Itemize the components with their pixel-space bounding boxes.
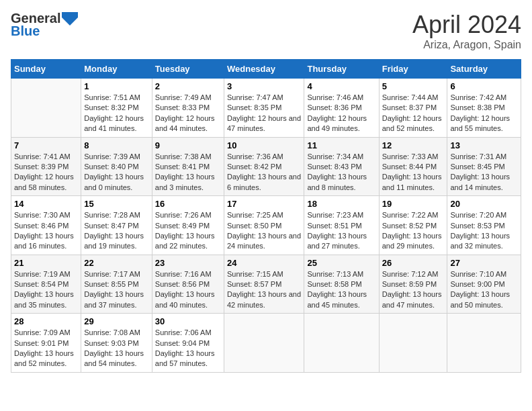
day-cell	[379, 314, 447, 373]
day-number: 5	[382, 81, 445, 91]
daylight-text: Daylight: 13 hours and 42 minutes.	[227, 289, 301, 310]
day-cell: 30 Sunrise: 7:06 AM Sunset: 9:04 PM Dayl…	[152, 314, 224, 373]
sunset-text: Sunset: 8:45 PM	[450, 162, 518, 172]
logo-text-blue: Blue	[11, 24, 40, 39]
day-info: Sunrise: 7:46 AM Sunset: 8:36 PM Dayligh…	[307, 93, 375, 134]
sunset-text: Sunset: 9:03 PM	[84, 338, 149, 349]
week-row-1: 1 Sunrise: 7:51 AM Sunset: 8:32 PM Dayli…	[11, 79, 521, 138]
day-info: Sunrise: 7:26 AM Sunset: 8:49 PM Dayligh…	[155, 210, 221, 252]
sunset-text: Sunset: 8:59 PM	[382, 279, 445, 289]
sunrise-text: Sunrise: 7:25 AM	[227, 210, 301, 220]
sunset-text: Sunset: 8:42 PM	[227, 162, 301, 172]
day-cell: 21 Sunrise: 7:19 AM Sunset: 8:54 PM Dayl…	[11, 255, 81, 314]
sunrise-text: Sunrise: 7:13 AM	[307, 269, 375, 279]
day-info: Sunrise: 7:49 AM Sunset: 8:33 PM Dayligh…	[155, 93, 221, 134]
sunset-text: Sunset: 8:47 PM	[84, 221, 149, 231]
daylight-text: Daylight: 13 hours and 57 minutes.	[155, 349, 221, 369]
day-cell: 12 Sunrise: 7:33 AM Sunset: 8:44 PM Dayl…	[379, 137, 447, 196]
day-info: Sunrise: 7:09 AM Sunset: 9:01 PM Dayligh…	[14, 328, 78, 369]
day-cell: 29 Sunrise: 7:08 AM Sunset: 9:03 PM Dayl…	[81, 314, 152, 373]
day-cell: 24 Sunrise: 7:15 AM Sunset: 8:57 PM Dayl…	[224, 255, 304, 314]
sunrise-text: Sunrise: 7:34 AM	[307, 152, 375, 162]
day-cell: 10 Sunrise: 7:36 AM Sunset: 8:42 PM Dayl…	[224, 137, 304, 196]
day-number: 10	[227, 140, 301, 150]
calendar-table: SundayMondayTuesdayWednesdayThursdayFrid…	[11, 59, 521, 373]
sunrise-text: Sunrise: 7:39 AM	[84, 152, 149, 162]
day-info: Sunrise: 7:39 AM Sunset: 8:40 PM Dayligh…	[84, 152, 149, 193]
sunrise-text: Sunrise: 7:47 AM	[227, 93, 301, 103]
week-row-3: 14 Sunrise: 7:30 AM Sunset: 8:46 PM Dayl…	[11, 196, 521, 255]
day-info: Sunrise: 7:16 AM Sunset: 8:56 PM Dayligh…	[155, 269, 221, 311]
daylight-text: Daylight: 13 hours and 27 minutes.	[307, 231, 375, 252]
header-tuesday: Tuesday	[152, 60, 224, 79]
sunrise-text: Sunrise: 7:19 AM	[14, 269, 78, 279]
day-info: Sunrise: 7:31 AM Sunset: 8:45 PM Dayligh…	[450, 152, 518, 193]
day-number: 23	[155, 258, 221, 268]
day-info: Sunrise: 7:10 AM Sunset: 9:00 PM Dayligh…	[450, 269, 518, 311]
day-number: 20	[450, 199, 518, 209]
location-title: Ariza, Aragon, Spain	[412, 39, 521, 51]
day-number: 8	[84, 140, 149, 150]
day-number: 16	[155, 199, 221, 209]
sunset-text: Sunset: 8:49 PM	[155, 221, 221, 231]
daylight-text: Daylight: 13 hours and 0 minutes.	[84, 172, 149, 193]
sunset-text: Sunset: 8:38 PM	[450, 103, 518, 113]
header-monday: Monday	[81, 60, 152, 79]
sunrise-text: Sunrise: 7:26 AM	[155, 210, 221, 220]
day-number: 13	[450, 140, 518, 150]
sunset-text: Sunset: 8:57 PM	[227, 279, 301, 289]
day-info: Sunrise: 7:44 AM Sunset: 8:37 PM Dayligh…	[382, 93, 445, 134]
day-cell: 28 Sunrise: 7:09 AM Sunset: 9:01 PM Dayl…	[11, 314, 81, 373]
daylight-text: Daylight: 13 hours and 24 minutes.	[227, 231, 301, 252]
sunset-text: Sunset: 8:56 PM	[155, 279, 221, 289]
day-cell: 25 Sunrise: 7:13 AM Sunset: 8:58 PM Dayl…	[304, 255, 379, 314]
day-cell: 27 Sunrise: 7:10 AM Sunset: 9:00 PM Dayl…	[447, 255, 521, 314]
daylight-text: Daylight: 12 hours and 44 minutes.	[155, 113, 221, 134]
daylight-text: Daylight: 13 hours and 37 minutes.	[84, 289, 149, 310]
sunset-text: Sunset: 8:46 PM	[14, 221, 78, 231]
sunrise-text: Sunrise: 7:41 AM	[14, 152, 78, 162]
title-area: April 2024 Ariza, Aragon, Spain	[412, 11, 521, 51]
sunset-text: Sunset: 8:52 PM	[382, 221, 445, 231]
day-cell: 3 Sunrise: 7:47 AM Sunset: 8:35 PM Dayli…	[224, 79, 304, 138]
day-info: Sunrise: 7:38 AM Sunset: 8:41 PM Dayligh…	[155, 152, 221, 193]
day-info: Sunrise: 7:28 AM Sunset: 8:47 PM Dayligh…	[84, 210, 149, 252]
day-cell	[304, 314, 379, 373]
daylight-text: Daylight: 13 hours and 22 minutes.	[155, 231, 221, 252]
daylight-text: Daylight: 13 hours and 16 minutes.	[14, 231, 78, 252]
week-row-4: 21 Sunrise: 7:19 AM Sunset: 8:54 PM Dayl…	[11, 255, 521, 314]
sunset-text: Sunset: 8:53 PM	[450, 221, 518, 231]
day-info: Sunrise: 7:42 AM Sunset: 8:38 PM Dayligh…	[450, 93, 518, 134]
day-info: Sunrise: 7:25 AM Sunset: 8:50 PM Dayligh…	[227, 210, 301, 252]
sunset-text: Sunset: 8:44 PM	[382, 162, 445, 172]
daylight-text: Daylight: 13 hours and 32 minutes.	[450, 231, 518, 252]
day-number: 11	[307, 140, 375, 150]
week-row-5: 28 Sunrise: 7:09 AM Sunset: 9:01 PM Dayl…	[11, 314, 521, 373]
day-number: 27	[450, 258, 518, 268]
daylight-text: Daylight: 13 hours and 8 minutes.	[307, 172, 375, 193]
day-cell: 7 Sunrise: 7:41 AM Sunset: 8:39 PM Dayli…	[11, 137, 81, 196]
daylight-text: Daylight: 13 hours and 54 minutes.	[84, 349, 149, 369]
day-cell: 26 Sunrise: 7:12 AM Sunset: 8:59 PM Dayl…	[379, 255, 447, 314]
day-info: Sunrise: 7:19 AM Sunset: 8:54 PM Dayligh…	[14, 269, 78, 311]
day-number: 21	[14, 258, 78, 268]
day-number: 9	[155, 140, 221, 150]
day-number: 12	[382, 140, 445, 150]
day-number: 7	[14, 140, 78, 150]
sunrise-text: Sunrise: 7:23 AM	[307, 210, 375, 220]
daylight-text: Daylight: 13 hours and 29 minutes.	[382, 231, 445, 252]
sunset-text: Sunset: 8:33 PM	[155, 103, 221, 113]
day-info: Sunrise: 7:15 AM Sunset: 8:57 PM Dayligh…	[227, 269, 301, 311]
sunrise-text: Sunrise: 7:33 AM	[382, 152, 445, 162]
sunset-text: Sunset: 9:04 PM	[155, 338, 221, 349]
day-cell: 22 Sunrise: 7:17 AM Sunset: 8:55 PM Dayl…	[81, 255, 152, 314]
sunrise-text: Sunrise: 7:17 AM	[84, 269, 149, 279]
daylight-text: Daylight: 13 hours and 40 minutes.	[155, 289, 221, 310]
day-cell: 14 Sunrise: 7:30 AM Sunset: 8:46 PM Dayl…	[11, 196, 81, 255]
day-cell: 23 Sunrise: 7:16 AM Sunset: 8:56 PM Dayl…	[152, 255, 224, 314]
day-number: 25	[307, 258, 375, 268]
day-number: 24	[227, 258, 301, 268]
day-cell: 1 Sunrise: 7:51 AM Sunset: 8:32 PM Dayli…	[81, 79, 152, 138]
sunrise-text: Sunrise: 7:20 AM	[450, 210, 518, 220]
daylight-text: Daylight: 12 hours and 49 minutes.	[307, 113, 375, 134]
